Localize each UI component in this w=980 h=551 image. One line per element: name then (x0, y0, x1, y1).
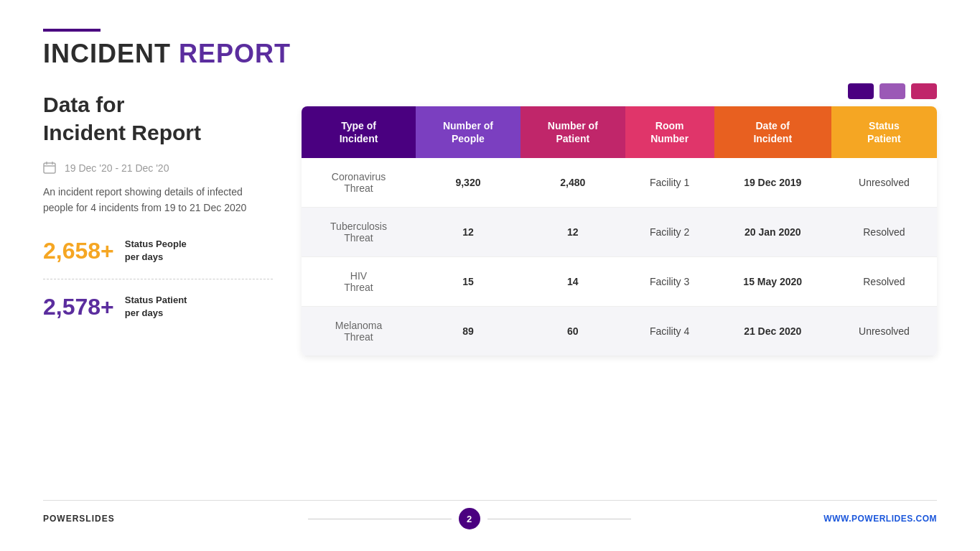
stat-patient-number: 2,578+ (43, 294, 114, 320)
incident-table: Type ofIncident Number ofPeople Number o… (302, 106, 937, 356)
calendar-icon (43, 161, 57, 175)
footer: POWERSLIDES 2 WWW.POWERLIDES.COM (43, 500, 937, 529)
table-row: MelanomaThreat8960Facility 421 Dec 2020U… (302, 307, 937, 356)
main-content: Data forIncident Report 19 Dec '20 - 21 … (43, 83, 937, 486)
stat-patient: 2,578+ Status Patientper days (43, 294, 273, 320)
stat-people-label: Status Peopleper days (125, 238, 187, 264)
footer-website: WWW.POWERLIDES.COM (823, 514, 937, 524)
stat-divider (43, 279, 273, 279)
table-row: HIVThreat1514Facility 315 May 2020Resolv… (302, 257, 937, 307)
table-row: CoronavirusThreat9,3202,480Facility 119 … (302, 158, 937, 208)
th-status: StatusPatient (831, 106, 937, 158)
footer-line-left (308, 519, 452, 519)
stat-patient-label: Status Patientper days (125, 294, 187, 320)
table-row: TuberculosisThreat1212Facility 220 Jan 2… (302, 208, 937, 257)
title-report: REPORT (171, 39, 291, 68)
th-patient: Number ofPatient (521, 106, 625, 158)
th-type: Type ofIncident (302, 106, 416, 158)
page-title: INCIDENT REPORT (43, 39, 937, 69)
description-text: An incident report showing details of in… (43, 184, 273, 216)
footer-pagination: 2 (308, 508, 631, 529)
th-date: Date ofIncident (714, 106, 831, 158)
footer-page-number: 2 (459, 508, 480, 529)
color-square-1 (848, 83, 874, 99)
section-title: Data forIncident Report (43, 91, 273, 147)
header-accent-line (43, 29, 101, 32)
title-incident: INCIDENT (43, 39, 171, 68)
color-square-2 (879, 83, 905, 99)
page-container: INCIDENT REPORT Data forIncident Report … (0, 0, 980, 551)
right-panel: Type ofIncident Number ofPeople Number o… (302, 83, 937, 486)
header: INCIDENT REPORT (43, 29, 937, 69)
color-squares (302, 83, 937, 99)
footer-brand: POWERSLIDES (43, 514, 115, 524)
th-people: Number ofPeople (416, 106, 521, 158)
color-square-3 (911, 83, 937, 99)
th-room: RoomNumber (625, 106, 714, 158)
date-range: 19 Dec '20 - 21 Dec '20 (43, 161, 273, 175)
left-panel: Data forIncident Report 19 Dec '20 - 21 … (43, 83, 273, 486)
stat-people: 2,658+ Status Peopleper days (43, 238, 273, 264)
footer-line-right (487, 519, 631, 519)
date-range-text: 19 Dec '20 - 21 Dec '20 (65, 162, 169, 174)
stat-people-number: 2,658+ (43, 238, 114, 264)
svg-rect-0 (44, 163, 55, 173)
